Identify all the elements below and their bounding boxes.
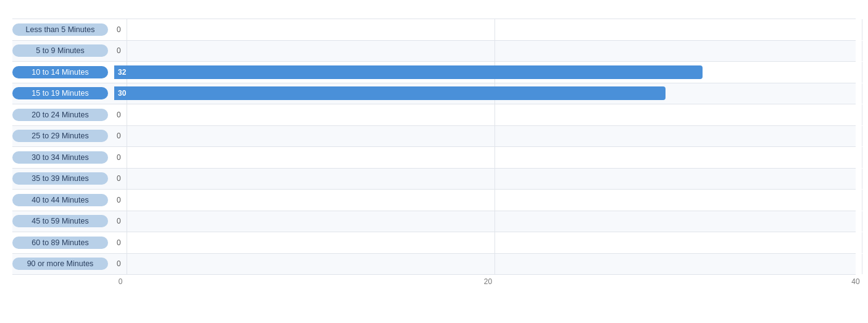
bar-area: 0	[114, 126, 856, 147]
bar-area: 0	[114, 190, 856, 211]
chart-row: 60 to 89 Minutes0	[12, 232, 856, 254]
bar-label: 40 to 44 Minutes	[12, 194, 108, 206]
bar-label: 45 to 59 Minutes	[12, 215, 108, 227]
chart-row: 35 to 39 Minutes0	[12, 169, 856, 190]
bar-value-zero: 0	[117, 132, 121, 140]
chart-row: 30 to 34 Minutes0	[12, 147, 856, 169]
bar-label: 35 to 39 Minutes	[12, 172, 108, 185]
bar: 32	[114, 65, 703, 79]
bar-area: 0	[114, 232, 856, 253]
bar-label: 15 to 19 Minutes	[12, 87, 108, 99]
bar-area: 0	[114, 147, 856, 168]
bar-label: 10 to 14 Minutes	[12, 66, 108, 78]
bar-label: 30 to 34 Minutes	[12, 151, 108, 164]
chart-container: Less than 5 Minutes05 to 9 Minutes010 to…	[0, 0, 868, 323]
chart-row: 40 to 44 Minutes0	[12, 190, 856, 211]
bar-value-zero: 0	[117, 238, 121, 247]
chart-row: 90 or more Minutes0	[12, 254, 856, 275]
bar-value-zero: 0	[117, 25, 121, 34]
bar-value-zero: 0	[117, 217, 121, 225]
chart-row: 10 to 14 Minutes32	[12, 62, 856, 83]
chart-row: 5 to 9 Minutes0	[12, 41, 856, 62]
bar-value-zero: 0	[117, 111, 121, 119]
bar-area: 0	[114, 211, 856, 232]
bar-area: 0	[114, 41, 856, 62]
bar-area: 32	[114, 62, 856, 83]
bar-value: 30	[118, 89, 126, 98]
bar-area: 0	[114, 104, 856, 125]
bar: 30	[114, 86, 666, 100]
bar-area: 0	[114, 169, 856, 190]
bar-value: 32	[118, 68, 126, 77]
bar-value-zero: 0	[117, 153, 121, 162]
bar-label: 5 to 9 Minutes	[12, 44, 108, 57]
bar-area: 0	[114, 19, 856, 40]
bar-area: 30	[114, 83, 856, 104]
x-axis: 02040	[120, 275, 856, 287]
bar-label: 60 to 89 Minutes	[12, 237, 108, 249]
bar-label: 90 or more Minutes	[12, 258, 108, 270]
bar-value-zero: 0	[117, 174, 121, 183]
bar-label: 20 to 24 Minutes	[12, 109, 108, 121]
bar-area: 0	[114, 254, 856, 275]
chart-area: Less than 5 Minutes05 to 9 Minutes010 to…	[12, 19, 856, 275]
bar-value-zero: 0	[117, 46, 121, 55]
chart-row: 25 to 29 Minutes0	[12, 126, 856, 148]
x-axis-label: 0	[119, 277, 123, 286]
chart-row: 45 to 59 Minutes0	[12, 211, 856, 233]
x-axis-label: 40	[851, 277, 859, 286]
bar-value-zero: 0	[117, 196, 121, 204]
bar-value-zero: 0	[117, 259, 121, 268]
chart-row: Less than 5 Minutes0	[12, 19, 856, 41]
chart-row: 20 to 24 Minutes0	[12, 104, 856, 126]
bar-label: 25 to 29 Minutes	[12, 130, 108, 142]
x-axis-label: 20	[484, 277, 492, 286]
bar-label: Less than 5 Minutes	[12, 23, 108, 36]
chart-row: 15 to 19 Minutes30	[12, 83, 856, 105]
